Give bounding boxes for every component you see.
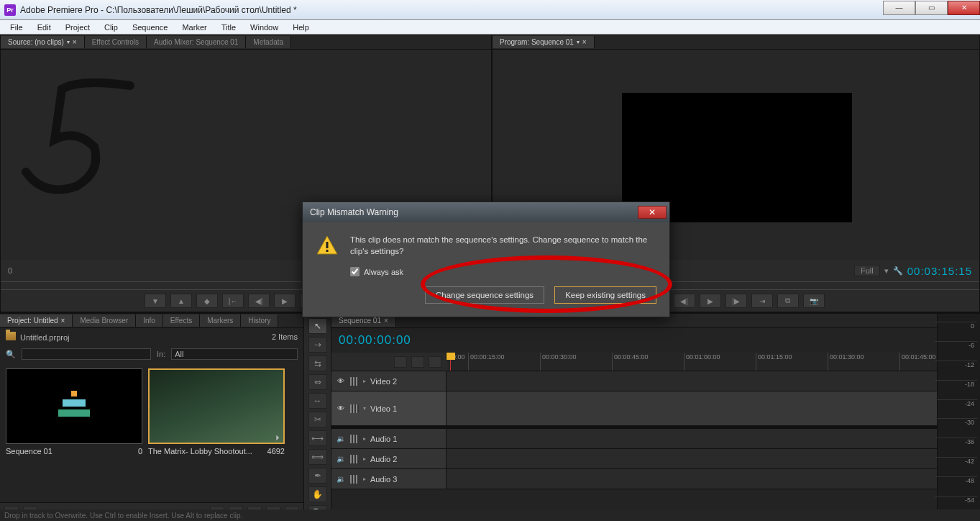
- zoom-menu-icon[interactable]: ▾: [884, 266, 889, 276]
- track-body[interactable]: [447, 469, 937, 489]
- tab-metadata[interactable]: Metadata: [246, 36, 291, 48]
- prog-play-button[interactable]: ▶: [700, 294, 721, 308]
- menu-edit[interactable]: Edit: [30, 22, 58, 33]
- menu-sequence[interactable]: Sequence: [125, 22, 175, 33]
- menu-project[interactable]: Project: [58, 22, 97, 33]
- menu-help[interactable]: Help: [285, 22, 316, 33]
- filmstrip-icon[interactable]: [350, 404, 359, 413]
- close-button[interactable]: ✕: [948, 1, 980, 15]
- timeline-timecode[interactable]: 00:00:00:00: [339, 333, 411, 348]
- chevron-icon[interactable]: ▸: [363, 456, 366, 462]
- pen-tool[interactable]: ✒: [308, 468, 327, 484]
- tab-history[interactable]: History: [241, 314, 278, 327]
- ripple-tool[interactable]: ⇆: [308, 355, 327, 371]
- track-select-tool[interactable]: ⇢: [308, 337, 327, 353]
- speaker-icon[interactable]: [336, 474, 346, 484]
- tab-effects[interactable]: Effects: [163, 314, 200, 327]
- tab-info[interactable]: Info: [136, 314, 163, 327]
- filmstrip-icon[interactable]: [350, 455, 359, 463]
- keep-existing-settings-button[interactable]: Keep existing settings: [554, 286, 656, 304]
- always-ask-checkbox[interactable]: Always ask: [316, 267, 656, 276]
- slip-tool[interactable]: ⟷: [308, 430, 327, 446]
- time-ruler[interactable]: 00:00 00:00:15:00 00:00:30:00 00:00:45:0…: [447, 353, 937, 371]
- tab-project[interactable]: Project: Untitled×: [0, 314, 73, 327]
- prog-step-back-button[interactable]: ◀|: [674, 294, 695, 308]
- speaker-icon[interactable]: [336, 434, 346, 444]
- eye-icon[interactable]: [336, 404, 346, 414]
- razor-tool[interactable]: ✂: [308, 412, 327, 427]
- mark-out-button[interactable]: ▲: [170, 294, 192, 308]
- wrench-icon[interactable]: 🔧: [893, 266, 903, 276]
- rolling-tool[interactable]: ⇔: [308, 374, 327, 390]
- prog-export-frame-button[interactable]: 📷: [803, 294, 825, 308]
- chevron-icon[interactable]: ▾: [363, 405, 366, 412]
- prog-lift-button[interactable]: ⇥: [751, 294, 773, 308]
- prog-extract-button[interactable]: ⧉: [777, 294, 799, 308]
- track-header[interactable]: ▸Audio 3: [331, 469, 447, 489]
- speaker-icon[interactable]: [336, 454, 346, 464]
- checkbox-input[interactable]: [350, 267, 360, 276]
- tab-close-icon[interactable]: ×: [384, 317, 388, 325]
- menu-window[interactable]: Window: [243, 22, 285, 33]
- selection-tool[interactable]: ↖: [308, 318, 327, 334]
- zoom-dropdown[interactable]: Full: [854, 265, 880, 276]
- track-body[interactable]: [447, 391, 937, 425]
- filmstrip-icon[interactable]: [350, 435, 359, 443]
- dialog-titlebar[interactable]: Clip Mismatch Warning ✕: [303, 202, 669, 222]
- search-icon: 🔍: [6, 350, 16, 359]
- project-file-icon: [6, 332, 16, 340]
- marker-button[interactable]: [411, 356, 424, 368]
- track-body[interactable]: [447, 449, 937, 468]
- filmstrip-icon[interactable]: [350, 377, 359, 386]
- tab-source[interactable]: Source: (no clips)▾×: [1, 36, 85, 48]
- svg-rect-1: [63, 399, 86, 407]
- play-button[interactable]: ▶: [274, 294, 296, 308]
- playhead-icon[interactable]: [447, 353, 455, 360]
- track-header[interactable]: ▸Audio 1: [331, 429, 447, 448]
- minimize-button[interactable]: —: [883, 1, 915, 15]
- app-icon: Pr: [4, 4, 16, 16]
- tab-audio-mixer[interactable]: Audio Mixer: Sequence 01: [147, 36, 246, 48]
- bin-item[interactable]: ⏵ The Matrix- Lobby Shootout...4692: [148, 368, 285, 497]
- tab-menu-icon[interactable]: ▾: [577, 39, 580, 45]
- dialog-close-button[interactable]: ✕: [638, 206, 667, 219]
- mark-in-button[interactable]: ▼: [145, 294, 166, 308]
- filmstrip-icon[interactable]: [350, 475, 359, 484]
- menu-marker[interactable]: Marker: [175, 22, 214, 33]
- track-header[interactable]: ▾Video 1: [331, 391, 447, 425]
- tab-close-icon[interactable]: ×: [61, 317, 65, 325]
- track-header[interactable]: ▸Video 2: [331, 371, 447, 391]
- menu-title[interactable]: Title: [214, 22, 243, 33]
- ruler-tick: 00:00:30:00: [540, 353, 612, 371]
- settings-button[interactable]: [429, 356, 441, 368]
- bin-item[interactable]: Sequence 010: [6, 368, 142, 497]
- tab-media-browser[interactable]: Media Browser: [73, 314, 136, 327]
- filter-scope-dropdown[interactable]: All: [171, 348, 298, 360]
- maximize-button[interactable]: ▭: [915, 1, 948, 15]
- project-search-input[interactable]: [22, 348, 151, 360]
- menu-clip[interactable]: Clip: [97, 22, 125, 33]
- eye-icon[interactable]: [336, 376, 346, 386]
- step-back-button[interactable]: ◀|: [248, 294, 270, 308]
- chevron-icon[interactable]: ▸: [363, 378, 366, 384]
- menu-file[interactable]: File: [3, 22, 30, 33]
- chevron-icon[interactable]: ▸: [363, 435, 366, 442]
- tab-effect-controls[interactable]: Effect Controls: [85, 36, 147, 48]
- tab-close-icon[interactable]: ×: [582, 38, 587, 46]
- track-header[interactable]: ▸Audio 2: [331, 449, 447, 468]
- tab-close-icon[interactable]: ×: [73, 38, 77, 46]
- tab-program[interactable]: Program: Sequence 01▾×: [493, 36, 595, 48]
- chevron-icon[interactable]: ▸: [363, 476, 366, 482]
- track-body[interactable]: [447, 429, 937, 448]
- track-body[interactable]: [447, 371, 937, 391]
- prog-step-fwd-button[interactable]: |▶: [725, 294, 747, 308]
- mark-clip-button[interactable]: ◆: [196, 294, 218, 308]
- go-in-button[interactable]: |←: [222, 294, 244, 308]
- tab-menu-icon[interactable]: ▾: [67, 39, 70, 45]
- slide-tool[interactable]: ⟺: [308, 449, 327, 465]
- tab-markers[interactable]: Markers: [200, 314, 241, 327]
- rate-stretch-tool[interactable]: ↔: [308, 393, 327, 409]
- change-sequence-settings-button[interactable]: Change sequence settings: [425, 286, 544, 304]
- snap-button[interactable]: [394, 356, 407, 368]
- hand-tool[interactable]: ✋: [308, 486, 327, 502]
